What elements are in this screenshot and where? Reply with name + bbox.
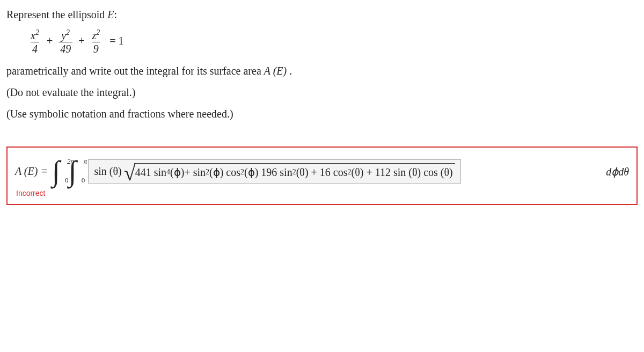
feedback-label: Incorrect: [16, 189, 629, 197]
integral-icon: ∫: [69, 162, 77, 182]
plus-sign: +: [75, 35, 87, 47]
double-integral: 2π ∫ 0 π ∫ 0: [51, 162, 78, 182]
text: parametrically and write out the integra…: [6, 65, 264, 77]
text: + sin: [184, 166, 206, 179]
integrand-input[interactable]: sin (θ) √ 441 sin4 (ϕ) + sin2 (ϕ) cos2 (…: [88, 159, 460, 184]
integral-icon: ∫: [52, 162, 60, 182]
x-den: 4: [31, 42, 39, 54]
y-var: y: [61, 30, 66, 41]
outer-lower-limit: 0: [65, 176, 69, 185]
prompt-line-4: (Use symbolic notation and fractions whe…: [6, 107, 638, 121]
plus-sign: +: [43, 35, 56, 47]
inner-lower-limit: 0: [82, 176, 85, 185]
text: (ϕ): [170, 166, 184, 179]
text: Represent the ellipsoid: [6, 9, 107, 20]
text: (ϕ) 196 sin: [244, 166, 292, 179]
answer-box: A (E) = 2π ∫ 0 π ∫ 0 sin (θ) √ 441 sin4 …: [6, 146, 638, 205]
text: .: [287, 65, 292, 77]
prompt-line-2: parametrically and write out the integra…: [6, 64, 638, 78]
text: (ϕ) cos: [209, 166, 240, 179]
prompt-line-3: (Do not evaluate the integral.): [6, 85, 638, 99]
answer-lhs: A (E) =: [15, 165, 48, 178]
text: (θ) + 112 sin (θ) cos (θ): [351, 166, 452, 179]
sqrt: √ 441 sin4 (ϕ) + sin2 (ϕ) cos2 (ϕ) 196 s…: [124, 163, 455, 180]
text: :: [114, 9, 118, 20]
equation-block: x2 4 + y2 49 + z2 9 = 1: [29, 30, 638, 54]
area-symbol: A (E): [264, 65, 287, 77]
ellipsoid-symbol: E: [107, 9, 114, 20]
prompt-line-1: Represent the ellipsoid E:: [6, 8, 638, 21]
text: (θ) + 16 cos: [296, 166, 348, 179]
inner-upper-limit: π: [84, 157, 87, 166]
text: sin (θ): [94, 165, 121, 178]
z-den: 9: [92, 42, 100, 54]
differentials: dϕdθ: [597, 165, 629, 178]
y-den: 49: [58, 42, 72, 54]
x-var: x: [31, 30, 35, 41]
eq-rhs: = 1: [104, 35, 123, 47]
text: 441 sin: [135, 166, 166, 179]
answer-row: A (E) = 2π ∫ 0 π ∫ 0 sin (θ) √ 441 sin4 …: [15, 159, 629, 184]
